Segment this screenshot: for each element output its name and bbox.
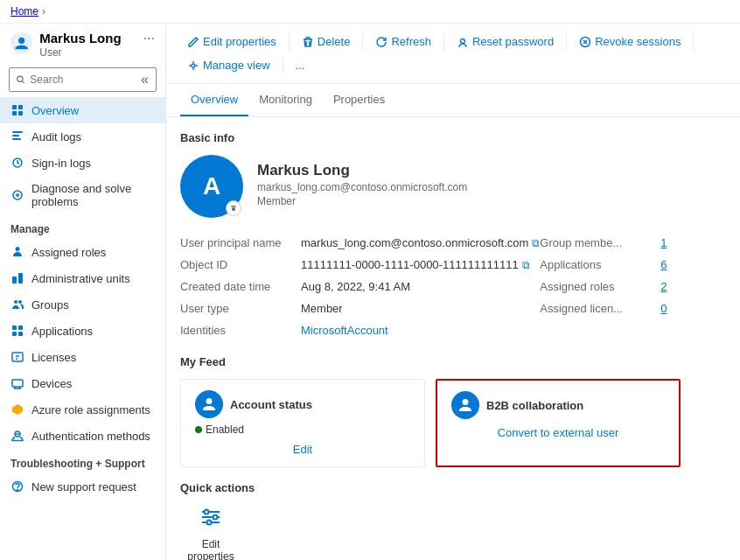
refresh-button[interactable]: Refresh: [368, 31, 438, 52]
edit-properties-button[interactable]: Edit properties: [180, 31, 283, 52]
roles-count-link[interactable]: 2: [660, 280, 667, 293]
auth-methods-icon: [10, 429, 24, 443]
sidebar-item-assigned-roles[interactable]: Assigned roles: [0, 239, 165, 265]
sidebar-item-licenses-label: Licenses: [31, 351, 76, 364]
refresh-label: Refresh: [391, 35, 431, 48]
prop-identities-value[interactable]: MicrosoftAccount: [301, 324, 388, 337]
svg-point-32: [213, 515, 218, 520]
prop-created-value: Aug 8, 2022, 9:41 AM: [301, 280, 410, 293]
sidebar-item-diagnose[interactable]: Diagnose and solve problems: [0, 176, 165, 214]
delete-icon: [302, 36, 314, 48]
troubleshoot-section-label: Troubleshooting + Support: [0, 449, 165, 473]
sidebar: Markus Long User ··· «: [0, 24, 166, 560]
collapse-sidebar-button[interactable]: «: [141, 72, 149, 88]
more-label: ...: [296, 59, 305, 72]
sidebar-username: Markus Long: [39, 31, 121, 46]
svg-point-25: [460, 38, 464, 43]
azure-roles-icon: [10, 402, 24, 416]
reset-password-button[interactable]: Reset password: [450, 31, 561, 52]
svg-point-1: [17, 76, 23, 81]
edit-icon: [187, 36, 199, 48]
sidebar-item-azure-roles[interactable]: Azure role assignments: [0, 396, 165, 423]
user-icon: [10, 31, 32, 55]
manage-view-label: Manage view: [203, 59, 270, 72]
sidebar-item-admin-units[interactable]: Administrative units: [0, 265, 165, 291]
revoke-sessions-button[interactable]: Revoke sessions: [572, 31, 688, 52]
sidebar-item-auth-methods[interactable]: Authentication methods: [0, 423, 165, 449]
account-status-text: Enabled: [206, 424, 244, 436]
svg-rect-9: [12, 138, 21, 140]
sidebar-user-header: Markus Long User ···: [0, 24, 165, 62]
my-feed-section: My Feed Account status: [180, 355, 726, 467]
reset-password-icon: [457, 36, 469, 48]
sidebar-item-licenses[interactable]: Licenses: [0, 344, 165, 370]
account-status-title: Account status: [230, 398, 312, 411]
profile-info: Markus Long markus_long.com@contoso.onmi…: [257, 155, 467, 207]
toolbar-divider-6: [283, 57, 283, 74]
delete-label: Delete: [318, 35, 351, 48]
licenses-count-link[interactable]: 0: [660, 302, 667, 315]
svg-rect-6: [18, 111, 23, 116]
delete-button[interactable]: Delete: [295, 31, 358, 52]
main-content: Basic info A Markus Long markus_long.com…: [166, 117, 740, 560]
sidebar-item-devices-label: Devices: [31, 377, 72, 390]
sidebar-item-signin-logs[interactable]: Sign-in logs: [0, 150, 165, 176]
svg-rect-8: [12, 135, 19, 136]
sidebar-search-container[interactable]: «: [9, 67, 157, 92]
prop-created-label: Created date time: [180, 280, 294, 293]
status-enabled-dot: [195, 426, 202, 433]
b2b-header: B2B collaboration: [451, 391, 665, 419]
identities-link[interactable]: MicrosoftAccount: [301, 324, 388, 337]
copy-objectid-button[interactable]: ⧉: [522, 259, 530, 271]
signin-logs-icon: [10, 156, 24, 170]
sidebar-item-groups[interactable]: Groups: [0, 291, 165, 318]
sidebar-item-support[interactable]: New support request: [0, 473, 165, 500]
prop-objectid-label: Object ID: [180, 258, 294, 271]
prop-assigned-roles-label: Assigned roles: [540, 280, 653, 293]
sidebar-nav: Overview Audit logs: [0, 97, 165, 500]
b2b-convert-link[interactable]: Convert to external user: [451, 426, 665, 439]
quick-action-edit[interactable]: Edit properties: [180, 505, 241, 560]
more-button[interactable]: ...: [289, 54, 312, 76]
prop-assigned-roles: Assigned roles 2: [540, 276, 726, 298]
prop-applications: Applications 6: [540, 254, 726, 276]
profile-name: Markus Long: [257, 162, 467, 179]
applications-icon: [10, 324, 24, 338]
tab-overview[interactable]: Overview: [180, 84, 248, 116]
prop-assigned-licenses: Assigned licen... 0: [540, 298, 726, 319]
sidebar-item-devices[interactable]: Devices: [0, 370, 165, 396]
sidebar-more-button[interactable]: ···: [143, 31, 155, 46]
account-status-card: Account status Enabled Edit: [180, 379, 425, 467]
copy-upn-button[interactable]: ⧉: [532, 237, 540, 249]
sidebar-item-applications[interactable]: Applications: [0, 318, 165, 344]
groups-icon: [10, 298, 24, 312]
manage-view-button[interactable]: Manage view: [180, 54, 277, 76]
manage-section-label: Manage: [0, 214, 165, 239]
breadcrumb-home[interactable]: Home: [10, 5, 38, 18]
prop-licenses-label: Assigned licen...: [540, 302, 653, 315]
svg-rect-18: [18, 332, 23, 336]
apps-count-link[interactable]: 6: [660, 258, 667, 271]
prop-usertype: User type Member: [180, 298, 540, 319]
sidebar-item-admin-label: Administrative units: [31, 272, 130, 285]
account-status-header: Account status: [195, 390, 410, 418]
sidebar-item-overview[interactable]: Overview: [0, 97, 165, 123]
properties-grid: User principal name markus_long.com@cont…: [180, 232, 726, 341]
edit-properties-label: Edit properties: [203, 35, 276, 48]
tab-monitoring[interactable]: Monitoring: [248, 84, 323, 116]
svg-rect-19: [12, 353, 23, 361]
svg-rect-7: [12, 131, 23, 133]
sidebar-item-audit-logs[interactable]: Audit logs: [0, 123, 165, 150]
group-count-link[interactable]: 1: [660, 236, 667, 249]
account-status-edit-link[interactable]: Edit: [195, 443, 410, 456]
toolbar-divider-5: [693, 33, 694, 51]
left-properties: User principal name markus_long.com@cont…: [180, 232, 540, 341]
roles-icon: [10, 245, 24, 259]
toolbar-divider-3: [443, 33, 444, 51]
tab-properties[interactable]: Properties: [323, 84, 395, 116]
sidebar-item-signin-label: Sign-in logs: [31, 157, 91, 170]
svg-rect-15: [12, 326, 17, 330]
search-input[interactable]: [30, 74, 132, 86]
breadcrumb-separator: ›: [42, 5, 45, 18]
avatar-camera-button[interactable]: [226, 200, 241, 216]
